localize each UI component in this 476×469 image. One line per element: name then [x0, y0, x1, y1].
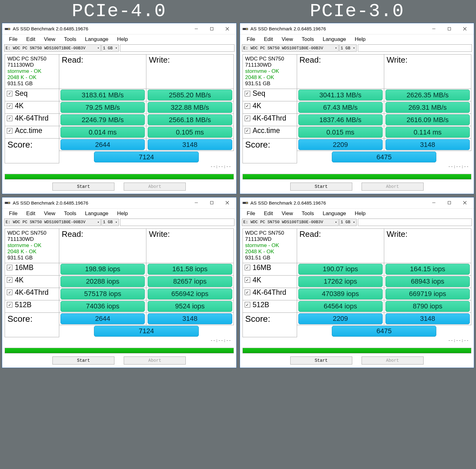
test-row-label[interactable]: ✓ 512B [243, 300, 297, 309]
test-row-label[interactable]: ✓ 4K-64Thrd [5, 288, 59, 297]
test-row-label[interactable]: ✓ 16MB [5, 263, 59, 272]
benchmark-window: AS SSD Benchmark 2.0.6485.19676 File Edi… [2, 23, 237, 194]
menu-edit[interactable]: Edit [22, 36, 39, 43]
read-value: 575178 iops [60, 289, 145, 299]
menu-tools[interactable]: Tools [297, 36, 318, 43]
checkbox-icon[interactable]: ✓ [245, 116, 250, 121]
checkbox-icon[interactable]: ✓ [7, 265, 12, 270]
test-row-label[interactable]: ✓ Seq [243, 89, 297, 98]
checkbox-icon[interactable]: ✓ [7, 91, 12, 96]
checkbox-icon[interactable]: ✓ [245, 302, 250, 308]
menu-help[interactable]: Help [113, 210, 132, 217]
drive-select[interactable]: E: WDC PC SN750 WDS100T1B0E-00B3V ▾ [242, 44, 339, 52]
menu-view[interactable]: View [277, 36, 297, 43]
maximize-button[interactable] [442, 24, 457, 33]
filter-input[interactable] [120, 44, 234, 52]
minimize-button[interactable] [189, 198, 204, 207]
menu-edit[interactable]: Edit [260, 36, 277, 43]
filter-input[interactable] [120, 219, 234, 226]
test-row-label[interactable]: ✓ Seq [5, 89, 59, 98]
titlebar[interactable]: AS SSD Benchmark 2.0.6485.19676 [240, 197, 474, 209]
menu-language[interactable]: Language [81, 210, 113, 217]
drive-select[interactable]: E: WDC PC SN750 WDS100T1B0E-00B3V ▾ [4, 219, 101, 226]
checkbox-icon[interactable]: ✓ [7, 277, 12, 283]
menu-help[interactable]: Help [113, 36, 132, 43]
write-value: 2585.20 MB/s [148, 90, 232, 100]
drive-select[interactable]: E: WDC PC SN750 WDS100T1B0E-00B3V ▾ [4, 44, 101, 52]
menu-language[interactable]: Language [318, 36, 350, 43]
size-select-value: 1 GB [103, 220, 113, 224]
menu-view[interactable]: View [277, 210, 297, 217]
checkbox-icon[interactable]: ✓ [7, 302, 12, 308]
start-button[interactable]: Start [290, 183, 352, 191]
menu-help[interactable]: Help [350, 210, 370, 217]
test-row-label[interactable]: ✓ 4K [5, 101, 59, 110]
close-button[interactable] [457, 24, 473, 33]
size-select[interactable]: 1 GB ▾ [339, 219, 357, 226]
maximize-button[interactable] [204, 198, 220, 207]
minimize-button[interactable] [426, 198, 442, 207]
drive-alignment: 2048 K - OK [245, 74, 294, 81]
test-row-label[interactable]: ✓ 4K [243, 101, 297, 110]
filter-input[interactable] [358, 219, 472, 226]
minimize-button[interactable] [189, 24, 204, 33]
maximize-button[interactable] [204, 24, 220, 33]
minimize-button[interactable] [426, 24, 442, 33]
menu-edit[interactable]: Edit [260, 210, 277, 217]
titlebar[interactable]: AS SSD Benchmark 2.0.6485.19676 [240, 23, 474, 34]
close-button[interactable] [457, 198, 473, 207]
titlebar[interactable]: AS SSD Benchmark 2.0.6485.19676 [2, 23, 236, 34]
test-row-label[interactable]: ✓ 4K-64Thrd [243, 114, 297, 123]
close-button[interactable] [220, 24, 235, 33]
test-row-label[interactable]: ✓ 16MB [243, 263, 297, 272]
menu-file[interactable]: File [5, 36, 22, 43]
menu-file[interactable]: File [242, 210, 260, 217]
test-row-label[interactable]: ✓ 4K [5, 276, 59, 285]
menu-tools[interactable]: Tools [297, 210, 318, 217]
filter-input[interactable] [358, 44, 472, 52]
test-name: Seq [15, 89, 28, 98]
write-value: 8790 iops [385, 301, 470, 312]
start-button[interactable]: Start [290, 356, 352, 365]
checkbox-icon[interactable]: ✓ [245, 277, 250, 283]
titlebar[interactable]: AS SSD Benchmark 2.0.6485.19676 [2, 197, 236, 209]
menu-tools[interactable]: Tools [60, 36, 81, 43]
drive-select[interactable]: E: WDC PC SN750 WDS100T1B0E-00B3V ▾ [242, 219, 339, 226]
maximize-button[interactable] [442, 198, 457, 207]
menu-view[interactable]: View [40, 210, 60, 217]
checkbox-icon[interactable]: ✓ [245, 290, 250, 295]
checkbox-icon[interactable]: ✓ [7, 128, 12, 134]
test-row-label[interactable]: ✓ 4K-64Thrd [243, 288, 297, 297]
close-button[interactable] [220, 198, 235, 207]
menu-language[interactable]: Language [318, 210, 350, 217]
test-row-label[interactable]: ✓ 4K-64Thrd [5, 114, 59, 123]
test-row-label[interactable]: ✓ Acc.time [243, 126, 297, 135]
checkbox-icon[interactable]: ✓ [245, 91, 250, 96]
menu-edit[interactable]: Edit [22, 210, 39, 217]
abort-button: Abort [124, 183, 186, 191]
menu-language[interactable]: Language [81, 36, 113, 43]
test-row-label[interactable]: ✓ 512B [5, 300, 59, 309]
checkbox-icon[interactable]: ✓ [245, 265, 250, 270]
test-row-label[interactable]: ✓ 4K [243, 276, 297, 285]
drive-alignment: 2048 K - OK [245, 249, 294, 255]
chevron-down-icon: ▾ [334, 220, 337, 224]
menu-view[interactable]: View [40, 36, 60, 43]
size-select[interactable]: 1 GB ▾ [101, 44, 119, 52]
test-row-label[interactable]: ✓ Acc.time [5, 126, 59, 135]
menu-tools[interactable]: Tools [60, 210, 81, 217]
size-select[interactable]: 1 GB ▾ [101, 219, 119, 226]
menu-file[interactable]: File [5, 210, 22, 217]
menu-help[interactable]: Help [350, 36, 370, 43]
chevron-down-icon: ▾ [352, 46, 355, 50]
checkbox-icon[interactable]: ✓ [245, 103, 250, 109]
start-button[interactable]: Start [52, 356, 114, 365]
size-select[interactable]: 1 GB ▾ [339, 44, 357, 52]
checkbox-icon[interactable]: ✓ [7, 290, 12, 295]
checkbox-icon[interactable]: ✓ [7, 116, 12, 121]
read-header: Read: [297, 55, 384, 89]
start-button[interactable]: Start [52, 183, 114, 191]
menu-file[interactable]: File [242, 36, 260, 43]
checkbox-icon[interactable]: ✓ [7, 103, 12, 109]
checkbox-icon[interactable]: ✓ [245, 128, 250, 134]
